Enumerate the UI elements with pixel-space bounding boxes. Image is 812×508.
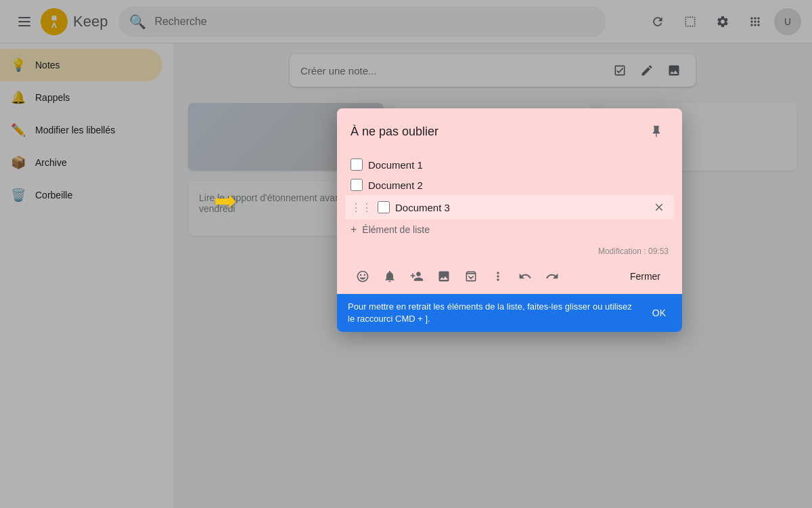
add-item-row[interactable]: + Élément de liste — [351, 219, 669, 241]
more-button-archive[interactable] — [459, 264, 483, 289]
emoji-button[interactable] — [351, 264, 375, 289]
more-options-button[interactable] — [486, 264, 510, 289]
add-icon: + — [351, 224, 357, 236]
checkbox-item-3[interactable] — [378, 201, 390, 213]
pin-icon — [650, 125, 663, 138]
checklist-item-1-label: Document 1 — [368, 159, 669, 171]
pin-button[interactable] — [644, 119, 669, 144]
checklist-item-1[interactable]: Document 1 — [351, 154, 669, 175]
reminder-icon — [383, 270, 397, 283]
tooltip-text: Pour mettre en retrait les éléments de l… — [348, 301, 636, 325]
close-icon — [653, 201, 665, 213]
item-delete-button[interactable] — [650, 198, 669, 217]
more-vert-icon — [491, 270, 505, 283]
modal-modification: Modification : 09:53 — [351, 241, 669, 261]
arrow-indicator: ➡ — [214, 187, 237, 214]
collaborator-button[interactable] — [405, 264, 429, 289]
undo-button[interactable] — [513, 264, 537, 289]
modal-title: À ne pas oublier — [351, 125, 438, 139]
photo-icon — [437, 270, 451, 283]
add-item-label: Élément de liste — [362, 224, 430, 235]
undo-icon — [518, 270, 532, 283]
tooltip-ok-button[interactable]: OK — [647, 303, 671, 322]
reminder-button[interactable] — [378, 264, 402, 289]
modal-header: À ne pas oublier — [351, 119, 669, 144]
redo-icon — [545, 270, 559, 283]
person-add-icon — [410, 270, 424, 283]
archive-btn-icon — [464, 270, 478, 283]
drag-handle[interactable]: ⋮⋮ — [351, 201, 372, 214]
checklist-item-3-label: Document 3 — [395, 202, 644, 213]
checklist-item-3[interactable]: ⋮⋮ Document 3 — [345, 195, 674, 219]
emoji-icon — [356, 270, 369, 283]
checklist-item-2-label: Document 2 — [368, 179, 669, 191]
modal-close-button[interactable]: Fermer — [622, 266, 669, 287]
note-modal: À ne pas oublier Document 1 Document 2 ⋮… — [337, 108, 682, 332]
modal-toolbar: Fermer — [351, 261, 669, 294]
checkbox-item-1[interactable] — [351, 158, 363, 171]
tooltip-bar: Pour mettre en retrait les éléments de l… — [337, 294, 682, 332]
checkbox-item-2[interactable] — [351, 179, 363, 191]
redo-button[interactable] — [540, 264, 564, 289]
checklist-item-2[interactable]: Document 2 — [351, 175, 669, 195]
image-button[interactable] — [432, 264, 456, 289]
modal-inner: À ne pas oublier Document 1 Document 2 ⋮… — [337, 108, 682, 294]
